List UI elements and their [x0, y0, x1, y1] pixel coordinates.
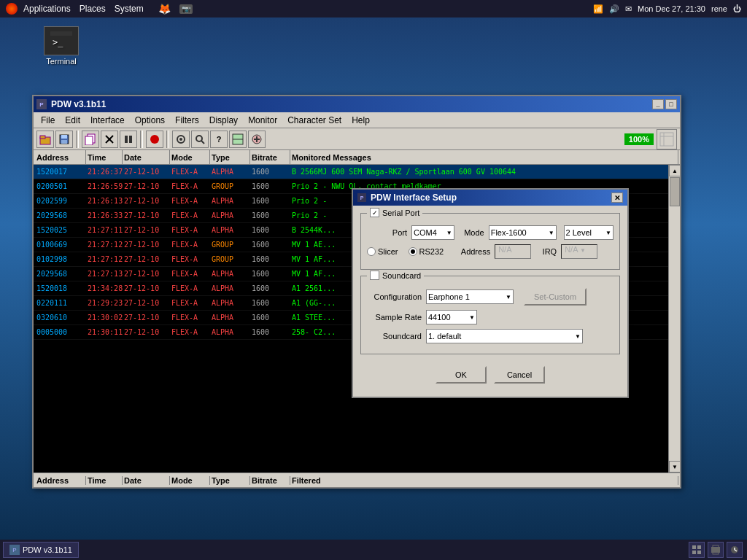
port-mode-row: Port COM4 ▼ Mode Flex-1600 ▼ 2 Level ▼ — [367, 225, 614, 240]
level-dropdown-arrow: ▼ — [605, 230, 611, 236]
applications-menu[interactable]: Applications — [20, 4, 74, 14]
slicer-radio-item[interactable]: Slicer — [367, 247, 398, 256]
port-label: Port — [367, 228, 407, 237]
taskbar-pdw-label: PDW v3.1b11 — [23, 545, 72, 554]
mode-value: Flex-1600 — [491, 228, 527, 237]
soundcard-select-row: Soundcard 1. default ▼ — [367, 329, 614, 343]
serial-port-group: Serial Port Port COM4 ▼ Mode Flex-1600 ▼ — [360, 213, 620, 270]
mode-label: Mode — [459, 228, 484, 237]
soundcard-checkbox[interactable] — [370, 271, 379, 280]
interface-setup-dialog: P PDW Interface Setup ✕ Serial Port Port… — [352, 188, 629, 398]
taskbar-pdw-item[interactable]: P PDW v3.1b11 — [3, 542, 79, 558]
rs232-radio-btn[interactable] — [409, 247, 417, 256]
dialog-close-btn[interactable]: ✕ — [611, 192, 623, 203]
dialog-titlebar: P PDW Interface Setup ✕ — [353, 190, 627, 206]
config-label: Configuration — [367, 292, 422, 301]
system-tray: 📶 🔊 ✉ Mon Dec 27, 21:30 rene ⏻ — [587, 4, 747, 14]
power-icon[interactable]: ⏻ — [733, 4, 741, 13]
soundcard-group-title: Soundcard — [367, 271, 424, 280]
rs232-label: RS232 — [419, 247, 444, 256]
tray-btn-2[interactable] — [708, 542, 724, 558]
system-menu[interactable]: System — [112, 4, 147, 14]
dialog-title-icon: P — [357, 193, 366, 202]
irq-label: IRQ — [538, 247, 557, 256]
soundcard-dropdown[interactable]: 1. default ▼ — [426, 329, 583, 343]
tray-btn-3[interactable] — [727, 542, 743, 558]
mode-dropdown-arrow: ▼ — [549, 230, 554, 236]
address-input[interactable]: N/A — [495, 244, 531, 259]
port-value: COM4 — [414, 228, 437, 237]
slicer-radio-btn[interactable] — [367, 247, 376, 256]
serial-port-label: Serial Port — [382, 209, 419, 217]
mode-dropdown[interactable]: Flex-1600 ▼ — [489, 225, 557, 240]
mail-icon: ✉ — [625, 4, 632, 14]
config-dropdown[interactable]: Earphone 1 ▼ — [426, 289, 514, 304]
svg-rect-28 — [697, 545, 701, 549]
apps-menu-area: Applications Places System 🦊 📷 — [0, 1, 198, 16]
address-value: N/A — [498, 245, 511, 254]
cancel-btn[interactable]: Cancel — [494, 366, 545, 384]
clock-display: Mon Dec 27, 21:30 — [638, 4, 705, 13]
dialog-buttons: OK Cancel — [360, 360, 620, 389]
level-value: 2 Level — [566, 228, 592, 237]
irq-input[interactable]: N/A ▼ — [561, 244, 597, 259]
dialog-title: PDW Interface Setup — [371, 192, 457, 203]
rs232-radio-item[interactable]: RS232 — [409, 247, 444, 256]
svg-rect-30 — [697, 551, 701, 554]
serial-port-group-title: Serial Port — [367, 208, 422, 217]
port-dropdown-arrow: ▼ — [446, 230, 452, 236]
slicer-row: Slicer RS232 Address N/A IRQ N/A ▼ — [367, 244, 614, 259]
firefox-icon[interactable]: 🦊 — [155, 1, 174, 16]
sample-rate-dropdown[interactable]: 44100 ▼ — [426, 310, 477, 324]
address-label: Address — [454, 247, 490, 256]
ok-btn[interactable]: OK — [436, 366, 487, 384]
soundcard-select-label: Soundcard — [367, 332, 422, 341]
camera-icon[interactable]: 📷 — [179, 4, 193, 14]
places-menu[interactable]: Places — [77, 4, 109, 14]
taskbar-pdw-icon: P — [9, 545, 20, 555]
volume-icon: 🔊 — [609, 4, 619, 14]
serial-port-checkbox[interactable] — [370, 208, 379, 217]
set-custom-btn[interactable]: Set-Custom — [524, 288, 587, 306]
dialog-content: Serial Port Port COM4 ▼ Mode Flex-1600 ▼ — [353, 206, 627, 397]
sample-rate-value: 44100 — [428, 313, 451, 322]
soundcard-dropdown-arrow: ▼ — [575, 333, 581, 340]
config-dropdown-arrow: ▼ — [506, 294, 511, 300]
tray-btn-1[interactable] — [689, 542, 705, 558]
slicer-label: Slicer — [378, 247, 398, 256]
irq-dropdown-arrow: ▼ — [580, 247, 586, 254]
taskbar-bottom-tray — [684, 542, 747, 558]
distro-icon — [6, 3, 18, 15]
signal-icon: 📶 — [593, 4, 603, 14]
soundcard-value: 1. default — [428, 332, 461, 341]
config-value: Earphone 1 — [428, 292, 470, 301]
soundcard-group: Soundcard Configuration Earphone 1 ▼ Set… — [360, 276, 620, 354]
user-display: rene — [711, 4, 727, 13]
sample-rate-label: Sample Rate — [367, 313, 422, 322]
sample-rate-dropdown-arrow: ▼ — [469, 314, 475, 321]
sample-rate-row: Sample Rate 44100 ▼ — [367, 310, 614, 324]
irq-value: N/A — [565, 245, 578, 254]
config-row: Configuration Earphone 1 ▼ Set-Custom — [367, 288, 614, 306]
svg-rect-27 — [692, 545, 696, 549]
level-dropdown[interactable]: 2 Level ▼ — [564, 225, 614, 240]
svg-rect-29 — [692, 551, 696, 554]
taskbar-bottom: P PDW v3.1b11 — [0, 540, 747, 560]
dialog-overlay: P PDW Interface Setup ✕ Serial Port Port… — [0, 0, 747, 560]
taskbar-top: Applications Places System 🦊 📷 📶 🔊 ✉ Mon… — [0, 0, 747, 18]
soundcard-group-label: Soundcard — [382, 271, 421, 280]
port-dropdown[interactable]: COM4 ▼ — [411, 225, 454, 240]
